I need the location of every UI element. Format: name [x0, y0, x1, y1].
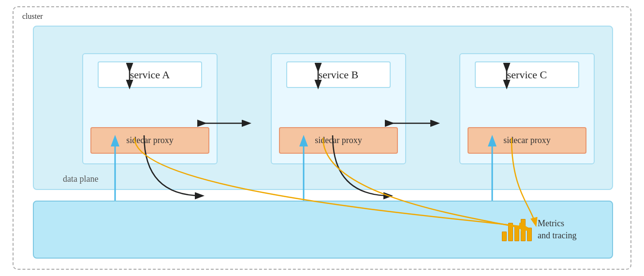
bar-3 [514, 226, 519, 241]
service-box-b: service B sidecar proxy [271, 53, 406, 164]
bar-2 [508, 223, 513, 241]
service-a-label: service A [130, 69, 170, 81]
service-box-a: service A sidecar proxy [82, 53, 218, 164]
cluster-label: cluster [22, 12, 43, 21]
service-c-label: service C [507, 69, 547, 81]
sidecar-box-a: sidecar proxy [90, 127, 209, 154]
metrics-box: Metrics and tracing [502, 205, 603, 254]
metrics-line1: Metrics [538, 218, 576, 230]
bar-5 [527, 228, 532, 241]
service-c-label-box: service C [475, 61, 579, 88]
diagram-container: cluster data plane service A sidecar pro… [13, 6, 631, 270]
service-b-label-box: service B [286, 61, 391, 88]
service-box-c: service C sidecar proxy [459, 53, 595, 164]
bar-1 [502, 232, 507, 241]
sidecar-label-a: sidecar proxy [126, 135, 173, 145]
data-plane-box: data plane service A sidecar proxy servi… [33, 26, 613, 190]
bar-4 [521, 219, 526, 241]
metrics-text: Metrics and tracing [538, 218, 576, 242]
bar-chart-icon [502, 218, 532, 241]
sidecar-label-c: sidecar proxy [503, 135, 550, 145]
sidecar-box-b: sidecar proxy [279, 127, 398, 154]
metrics-line2: and tracing [538, 230, 576, 242]
service-b-label: service B [319, 69, 358, 81]
sidecar-box-c: sidecar proxy [468, 127, 586, 154]
data-plane-label: data plane [63, 174, 98, 184]
service-a-label-box: service A [98, 61, 202, 88]
sidecar-label-b: sidecar proxy [315, 135, 362, 145]
